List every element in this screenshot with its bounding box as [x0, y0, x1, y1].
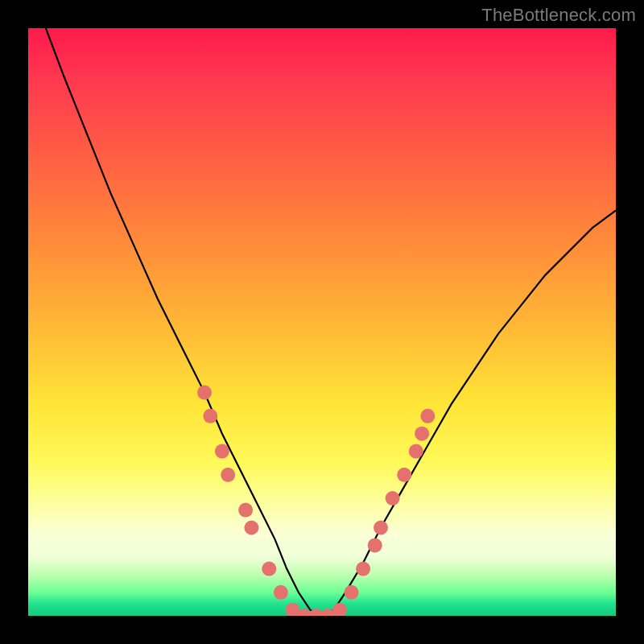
marker-dot [274, 585, 288, 600]
marker-dot [221, 468, 235, 482]
marker-dot [203, 409, 217, 423]
marker-dot [238, 503, 253, 518]
marker-dot [262, 562, 276, 576]
curve-layer [28, 28, 616, 616]
marker-dot [345, 585, 359, 600]
marker-dot [356, 562, 370, 576]
marker-dot [386, 491, 400, 506]
marker-dot [244, 521, 258, 535]
marker-dot [368, 538, 382, 552]
marker-dot [409, 444, 423, 459]
marker-dot [332, 603, 347, 616]
marker-dot [415, 427, 429, 441]
bottleneck-curve [46, 28, 616, 616]
marker-dot [397, 468, 411, 482]
marker-dot [215, 444, 229, 459]
highlight-dots [197, 386, 435, 616]
marker-dot [374, 521, 388, 535]
marker-dot [420, 409, 435, 423]
chart-frame: TheBottleneck.com [0, 0, 644, 644]
plot-area [28, 28, 616, 616]
watermark-text: TheBottleneck.com [481, 5, 636, 26]
marker-dot [197, 386, 212, 400]
